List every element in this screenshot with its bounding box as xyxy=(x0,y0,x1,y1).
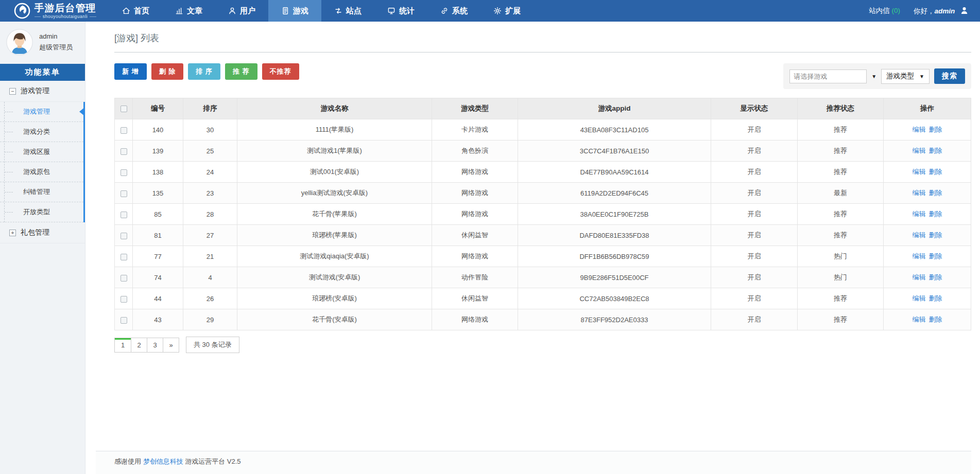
game-type: 网络游戏 xyxy=(432,309,518,330)
row-id: 44 xyxy=(133,288,183,309)
edit-link[interactable]: 编辑 xyxy=(913,252,926,260)
row-checkbox[interactable] xyxy=(121,233,127,239)
game-type: 休闲益智 xyxy=(432,288,518,309)
game-search-input[interactable] xyxy=(789,69,867,83)
nav-item-站点[interactable]: 站点 xyxy=(321,0,374,22)
edit-link[interactable]: 编辑 xyxy=(913,315,926,323)
next-page-button[interactable]: » xyxy=(163,338,179,352)
game-type: 动作冒险 xyxy=(432,267,518,288)
page-button-1[interactable]: 1 xyxy=(115,338,131,352)
logo-swirl-icon xyxy=(13,2,31,20)
row-actions: 编辑删除 xyxy=(884,141,971,162)
row-checkbox[interactable] xyxy=(121,296,127,303)
game-appid: 9B9E286F51D5E00CF xyxy=(518,267,711,288)
row-actions: 编辑删除 xyxy=(884,267,971,288)
row-sort: 23 xyxy=(183,183,237,204)
row-checkbox[interactable] xyxy=(121,190,127,197)
row-id: 85 xyxy=(133,204,183,225)
sidebar-item-纠错管理[interactable]: 纠错管理 xyxy=(0,182,83,202)
unrecommend-button[interactable]: 不推荐 xyxy=(262,63,299,80)
row-select-cell xyxy=(115,162,133,183)
select-all-checkbox[interactable] xyxy=(121,106,127,112)
page-button-2[interactable]: 2 xyxy=(131,338,147,352)
delete-link[interactable]: 删除 xyxy=(929,147,942,154)
delete-link[interactable]: 删除 xyxy=(929,126,942,133)
sidebar-group-游戏管理[interactable]: −游戏管理 xyxy=(0,81,85,102)
sidebar: admin 超级管理员 功能菜单 −游戏管理游戏管理游戏分类游戏区服游戏原包纠错… xyxy=(0,22,85,474)
nav-item-统计[interactable]: 统计 xyxy=(374,0,427,22)
edit-link[interactable]: 编辑 xyxy=(913,147,926,154)
sidebar-item-游戏区服[interactable]: 游戏区服 xyxy=(0,142,83,162)
row-checkbox[interactable] xyxy=(121,212,127,218)
delete-link[interactable]: 删除 xyxy=(929,168,942,175)
delete-button[interactable]: 删 除 xyxy=(151,63,184,80)
delete-link[interactable]: 删除 xyxy=(929,273,942,281)
site-share-icon xyxy=(334,7,342,15)
table-row: 4329花千骨(安卓版)网络游戏87E3FF952D2AE0333开启推荐编辑删… xyxy=(115,309,971,330)
column-header-操作: 操作 xyxy=(884,98,971,119)
nav-item-文章[interactable]: 文章 xyxy=(162,0,215,22)
delete-link[interactable]: 删除 xyxy=(929,231,942,239)
extend-gear-icon xyxy=(493,7,502,15)
recommend-status: 推荐 xyxy=(798,141,884,162)
search-button[interactable]: 搜索 xyxy=(934,68,965,84)
edit-link[interactable]: 编辑 xyxy=(913,231,926,239)
messages-link[interactable]: 站内信 (0) xyxy=(869,6,900,15)
game-appid: DAFD80E81E335FD38 xyxy=(518,225,711,246)
sidebar-item-游戏原包[interactable]: 游戏原包 xyxy=(0,162,83,182)
row-checkbox[interactable] xyxy=(121,169,127,176)
sidebar-group-礼包管理[interactable]: +礼包管理 xyxy=(0,222,85,243)
row-select-cell xyxy=(115,141,133,162)
sidebar-item-开放类型[interactable]: 开放类型 xyxy=(0,202,83,222)
edit-link[interactable]: 编辑 xyxy=(913,273,926,281)
column-header-游戏名称: 游戏名称 xyxy=(237,98,432,119)
delete-link[interactable]: 删除 xyxy=(929,189,942,197)
nav-item-系统[interactable]: 系统 xyxy=(427,0,480,22)
edit-link[interactable]: 编辑 xyxy=(913,189,926,197)
sidebar-item-游戏管理[interactable]: 游戏管理 xyxy=(0,102,83,122)
recommend-button[interactable]: 推 荐 xyxy=(225,63,257,80)
edit-link[interactable]: 编辑 xyxy=(913,126,926,133)
app-logo[interactable]: 手游后台管理 shouyouhoutaiguanli xyxy=(0,0,109,22)
edit-link[interactable]: 编辑 xyxy=(913,168,926,175)
collapse-icon[interactable]: − xyxy=(9,88,16,95)
row-checkbox[interactable] xyxy=(121,254,127,260)
row-sort: 26 xyxy=(183,288,237,309)
delete-link[interactable]: 删除 xyxy=(929,294,942,302)
sort-button[interactable]: 排 序 xyxy=(188,63,220,80)
nav-item-扩展[interactable]: 扩展 xyxy=(480,0,534,22)
row-actions: 编辑删除 xyxy=(884,246,971,267)
nav-item-label: 扩展 xyxy=(505,6,521,16)
nav-item-label: 游戏 xyxy=(293,6,308,16)
expand-icon[interactable]: + xyxy=(9,230,16,236)
add-button[interactable]: 新 增 xyxy=(114,63,147,80)
row-id: 77 xyxy=(133,246,183,267)
row-checkbox[interactable] xyxy=(121,275,127,282)
row-checkbox[interactable] xyxy=(121,127,127,134)
game-appid: 43EBA08F3C11AD105 xyxy=(518,119,711,141)
profile-card: admin 超级管理员 xyxy=(0,22,85,64)
sidebar-item-游戏分类[interactable]: 游戏分类 xyxy=(0,122,83,142)
row-checkbox[interactable] xyxy=(121,148,127,155)
nav-item-首页[interactable]: 首页 xyxy=(109,0,162,22)
nav-item-用户[interactable]: 用户 xyxy=(215,0,268,22)
row-checkbox[interactable] xyxy=(121,317,127,324)
sidebar-group-label: 礼包管理 xyxy=(21,228,49,237)
edit-link[interactable]: 编辑 xyxy=(913,210,926,218)
edit-link[interactable]: 编辑 xyxy=(913,294,926,302)
game-name: 测试001(安卓版) xyxy=(237,162,432,183)
delete-link[interactable]: 删除 xyxy=(929,315,942,323)
delete-link[interactable]: 删除 xyxy=(929,210,942,218)
game-type-select[interactable]: 游戏类型 ▼ xyxy=(881,69,930,84)
page-button-3[interactable]: 3 xyxy=(147,338,163,352)
footer: 感谢使用 梦创信息科技 游戏运营平台 V2.5 xyxy=(96,451,971,474)
app-subtitle: shouyouhoutaiguanli xyxy=(35,14,96,19)
user-menu[interactable]: 你好，admin xyxy=(914,6,969,16)
nav-item-游戏[interactable]: 游戏 xyxy=(268,0,321,22)
delete-link[interactable]: 删除 xyxy=(929,252,942,260)
toolbar: 新 增 删 除 排 序 推 荐 不推荐 ▼ 游戏类型 ▼ 搜索 xyxy=(114,63,971,89)
game-appid: 3CC7C4F1B76A1E150 xyxy=(518,141,711,162)
row-id: 140 xyxy=(133,119,183,141)
game-combo-caret-icon[interactable]: ▼ xyxy=(871,74,876,79)
vendor-link[interactable]: 梦创信息科技 xyxy=(143,458,183,465)
